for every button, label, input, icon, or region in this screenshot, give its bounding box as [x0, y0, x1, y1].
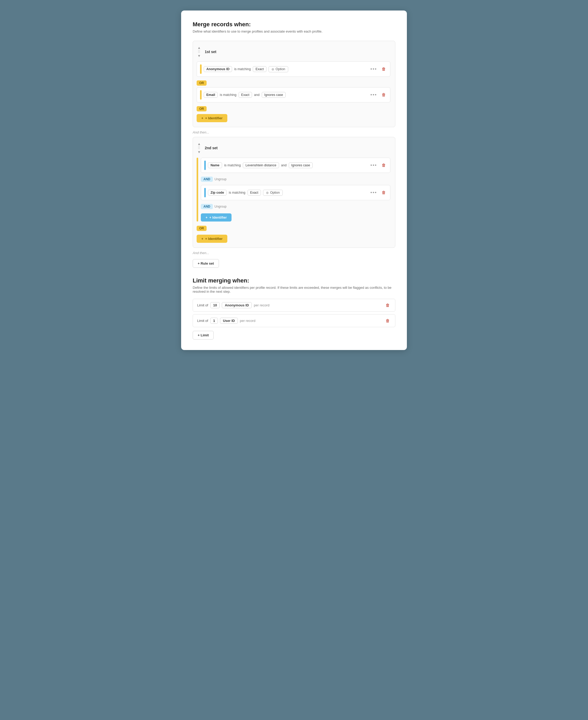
and-ungroup-2: AND Ungroup [201, 202, 390, 211]
rule-name-matching: is matching [224, 163, 241, 167]
add-limit-btn[interactable]: + Limit [193, 331, 214, 340]
limit-2-per-record: per record [240, 319, 255, 323]
set-2-collapse-btn[interactable]: ▲ [196, 142, 202, 146]
and-then-1: And then... [193, 130, 395, 134]
limit-2-label: Limit of [197, 319, 208, 323]
set-2-controls: ▲ ⠿ ▼ [196, 142, 202, 154]
ungroup-1[interactable]: Ungroup [214, 177, 227, 181]
set-2-label: 2nd set [205, 146, 217, 150]
rule-email-identifier: Email [204, 92, 217, 98]
yellow-bar [196, 158, 198, 221]
rule-zipcode-option-btn[interactable]: ⊕ Option [263, 190, 283, 196]
page-header: Merge records when: Define what identifi… [193, 21, 395, 33]
set-1-drag-handle[interactable]: ⠿ [198, 50, 200, 54]
set-1-header: ▲ ⠿ ▼ 1st set [196, 46, 390, 58]
rule-email-more-btn[interactable]: ••• [369, 92, 379, 98]
rule-email-matching: is matching [220, 93, 236, 97]
page-subtitle: Define what identifiers to use to merge … [193, 29, 395, 33]
rule-email: Email is matching Exact and Ignores case… [196, 87, 390, 102]
and-ungroup-1: AND Ungroup [201, 175, 390, 183]
limit-2-number[interactable]: 1 [210, 318, 218, 324]
set-1-label: 1st set [205, 50, 216, 54]
rule-name-more-btn[interactable]: ••• [369, 162, 379, 169]
set-2-nested: Name is matching Levenshtein distance an… [196, 158, 390, 221]
or-badge-3: OR [196, 224, 390, 233]
limit-section-title: Limit merging when: [193, 277, 395, 284]
plus-icon-add: + [201, 116, 204, 120]
limit-row-2: Limit of 1 User ID per record 🗑 [193, 314, 395, 327]
limit-section-subtitle: Define the limits of allowed identifiers… [193, 286, 395, 294]
limit-1-number[interactable]: 10 [210, 302, 220, 308]
or-badge-1: OR [196, 79, 390, 87]
rule-zipcode-more-btn[interactable]: ••• [369, 189, 379, 196]
rule-zipcode: Zip code is matching Exact ⊕ Option ••• … [201, 185, 390, 200]
set-2-expand-btn[interactable]: ▼ [196, 150, 202, 154]
ungroup-2[interactable]: Ungroup [214, 205, 227, 208]
set-2-add-identifier-btn[interactable]: + + Identifier [196, 235, 227, 243]
limit-1-per-record: per record [254, 303, 269, 307]
rule-zipcode-delete-btn[interactable]: 🗑 [381, 190, 387, 196]
set-1: ▲ ⠿ ▼ 1st set Anonymous ID is matching E… [193, 41, 395, 127]
rule-name-identifier: Name [208, 162, 222, 168]
limit-1-delete-btn[interactable]: 🗑 [384, 302, 391, 308]
rule-email-delete-btn[interactable]: 🗑 [381, 92, 387, 98]
limit-2-identifier[interactable]: User ID [220, 318, 238, 324]
rule-name-and-text: and [281, 163, 287, 167]
rule-anonymous-id-identifier: Anonymous ID [204, 66, 232, 72]
set-1-expand-btn[interactable]: ▼ [196, 54, 202, 58]
rule-name-delete-btn[interactable]: 🗑 [381, 162, 387, 168]
limit-1-identifier[interactable]: Anonymous ID [222, 302, 252, 308]
rule-name-match-type[interactable]: Levenshtein distance [243, 162, 279, 168]
set-1-collapse-btn[interactable]: ▲ [196, 46, 202, 50]
plus-icon: ⊕ [271, 67, 274, 71]
and-then-2: And then... [193, 251, 395, 255]
rule-color-bar-blue-2 [204, 188, 206, 197]
rule-anonymous-id-delete-btn[interactable]: 🗑 [381, 66, 387, 72]
rule-anonymous-id-matching: is matching [234, 67, 251, 71]
rule-anonymous-id: Anonymous ID is matching Exact ⊕ Option … [196, 61, 390, 77]
rule-zipcode-identifier: Zip code [208, 190, 227, 196]
set-2: ▲ ⠿ ▼ 2nd set Name is matching Levenshte… [193, 137, 395, 248]
rule-zipcode-matching: is matching [229, 191, 245, 195]
limit-2-delete-btn[interactable]: 🗑 [384, 318, 391, 324]
limit-section: Limit merging when: Define the limits of… [193, 277, 395, 340]
rule-color-bar-yellow-2 [200, 90, 202, 100]
plus-icon-nested: + [206, 216, 208, 219]
rule-name: Name is matching Levenshtein distance an… [201, 158, 390, 173]
set-2-drag-handle[interactable]: ⠿ [198, 146, 200, 150]
limit-1-label: Limit of [197, 303, 208, 307]
set-1-controls: ▲ ⠿ ▼ [196, 46, 202, 58]
or-badge-2: OR [196, 105, 390, 113]
nested-add-identifier-btn[interactable]: + + Identifier [201, 213, 232, 221]
rule-anonymous-id-match-type[interactable]: Exact [253, 66, 266, 72]
rule-zipcode-match-type[interactable]: Exact [248, 190, 261, 196]
plus-icon-set2: + [201, 237, 204, 241]
main-card: Merge records when: Define what identifi… [181, 11, 407, 350]
rule-email-and-text: and [254, 93, 259, 97]
rule-email-match-type[interactable]: Exact [238, 92, 252, 98]
set-1-add-identifier-btn[interactable]: + + Identifier [196, 114, 227, 122]
page-title: Merge records when: [193, 21, 395, 28]
plus-icon-zip: ⊕ [266, 191, 269, 195]
set-2-header: ▲ ⠿ ▼ 2nd set [196, 142, 390, 154]
rule-color-bar-blue-1 [204, 161, 206, 170]
rule-email-ignores-case[interactable]: Ignores case [262, 92, 286, 98]
rule-name-ignores-case[interactable]: Ignores case [289, 162, 313, 168]
rule-anonymous-id-option-btn[interactable]: ⊕ Option [269, 66, 288, 72]
add-rule-set-btn[interactable]: + Rule set [193, 259, 219, 268]
rule-color-bar-yellow [200, 64, 202, 74]
and-badge-2[interactable]: AND [201, 204, 213, 209]
rule-anonymous-id-more-btn[interactable]: ••• [369, 66, 379, 73]
limit-row-1: Limit of 10 Anonymous ID per record 🗑 [193, 299, 395, 312]
nested-content: Name is matching Levenshtein distance an… [201, 158, 390, 221]
and-badge-1[interactable]: AND [201, 177, 213, 182]
